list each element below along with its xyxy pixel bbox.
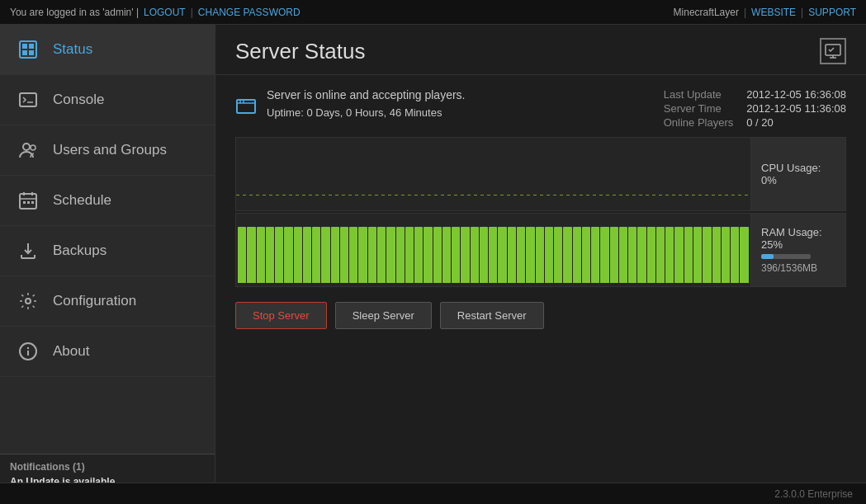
ram-bar [294,227,302,283]
restart-server-button[interactable]: Restart Server [440,302,544,329]
separator: | [191,7,193,18]
ram-bar [396,227,405,283]
ram-bar [665,227,674,283]
ram-bar [377,227,386,283]
separator: | [744,7,746,18]
last-update-label: Last Update [664,88,734,101]
content-header: Server Status [215,25,866,75]
schedule-icon [17,189,40,212]
cpu-label-panel: CPU Usage: 0% [750,138,845,210]
brand-name: MinecraftLayer [674,7,739,18]
ram-bar [693,227,702,283]
change-password-link[interactable]: CHANGE PASSWORD [198,7,300,18]
ram-bar [489,227,497,283]
ram-bar [656,227,665,283]
sidebar-item-label-about: About [53,343,89,360]
ram-bar [358,227,367,283]
sidebar-item-configuration[interactable]: Configuration [0,276,215,327]
sidebar-item-schedule[interactable]: Schedule [0,176,215,226]
status-info-row: Server is online and accepting players. … [235,88,846,129]
ram-bar [386,227,395,283]
ram-bar [480,227,488,283]
ram-progress-bar [761,254,811,259]
monitor-icon[interactable] [820,38,846,64]
ram-bar [517,227,525,283]
ram-chart: RAM Usage: 25% 396/1536MB [235,213,846,287]
ram-bar [331,227,339,283]
ram-bar [498,227,506,283]
ram-bar [712,227,721,283]
svg-point-7 [23,144,30,150]
status-indicator: Server is online and accepting players. … [235,88,647,127]
sidebar-item-label-schedule: Schedule [53,192,111,209]
ram-bar [349,227,357,283]
console-icon [17,88,40,111]
svg-rect-5 [20,93,36,106]
ram-chart-graph [236,214,750,286]
ram-bar [591,227,599,283]
status-online-icon [235,97,258,120]
ram-bar [284,227,292,283]
ram-bar [674,227,683,283]
svg-rect-3 [22,50,27,55]
ram-bar [647,227,655,283]
ram-progress-fill [761,254,774,259]
website-link[interactable]: WEBSITE [751,7,796,18]
svg-rect-4 [29,50,34,55]
svg-rect-1 [22,44,27,49]
ram-bar [321,227,329,283]
page-title: Server Status [235,39,366,64]
ram-usage-label: RAM Usage: [761,226,822,238]
ram-bar [340,227,348,283]
ram-bar [582,227,590,283]
ram-bar [536,227,544,283]
sidebar-item-label-status: Status [53,41,92,58]
ram-bar [257,227,265,283]
svg-point-8 [31,145,35,150]
ram-bar [433,227,442,283]
sleep-server-button[interactable]: Sleep Server [335,302,432,329]
ram-bar [600,227,608,283]
sidebar-item-backups[interactable]: Backups [0,226,215,276]
content-area: Server Status [215,25,866,504]
cpu-usage-label: CPU Usage: 0% [761,162,835,186]
ram-bar [414,227,423,283]
ram-bar [684,227,693,283]
sidebar-item-label-backups: Backups [53,243,106,259]
ram-bar [303,227,311,283]
sidebar-item-users-groups[interactable]: Users and Groups [0,125,215,176]
sidebar-item-label-configuration: Configuration [53,293,136,309]
sidebar: Status Console Users and [0,25,215,504]
top-bar-left: You are logged in as 'admin' | LOGOUT | … [10,7,300,18]
sidebar-item-label-console: Console [53,92,104,108]
stop-server-button[interactable]: Stop Server [235,302,327,329]
logout-link[interactable]: LOGOUT [144,7,186,18]
ram-bar [722,227,730,283]
status-icon [17,38,40,61]
ram-bar [554,227,562,283]
about-icon [17,340,40,363]
svg-rect-14 [27,201,30,204]
bottom-bar: 2.3.0.0 Enterprise [0,483,866,504]
top-bar-right: MinecraftLayer | WEBSITE | SUPPORT [674,7,856,18]
ram-bar [238,227,246,283]
ram-bar [266,227,274,283]
ram-bar [275,227,283,283]
sidebar-item-about[interactable]: About [0,327,215,377]
sidebar-item-console[interactable]: Console [0,75,215,125]
ram-bar [619,227,627,283]
ram-label-panel: RAM Usage: 25% 396/1536MB [750,214,845,286]
status-details: Last Update 2012-12-05 16:36:08 Server T… [664,88,846,129]
support-link[interactable]: SUPPORT [808,7,856,18]
action-buttons: Stop Server Sleep Server Restart Server [235,299,846,332]
ram-bar [703,227,711,283]
server-time-label: Server Time [664,102,734,115]
last-update-value: 2012-12-05 16:36:08 [746,88,846,101]
svg-point-19 [27,347,29,349]
configuration-icon [17,290,40,313]
sidebar-item-status[interactable]: Status [0,25,215,75]
main-layout: Status Console Users and [0,25,866,504]
ram-bar [368,227,376,283]
ram-bar [637,227,646,283]
ram-bar [405,227,414,283]
